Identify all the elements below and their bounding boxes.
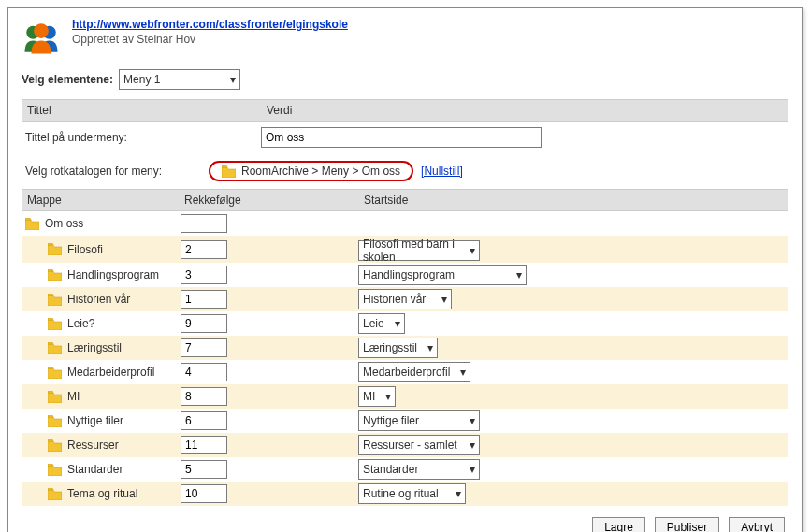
folder-icon — [48, 243, 62, 255]
folder-name: Tema og ritual — [67, 487, 137, 500]
startpage-dropdown[interactable]: Medarbeiderprofil▾ — [358, 362, 470, 382]
startpage-value: MI — [363, 390, 375, 403]
startpage-value: Ressurser - samlet — [363, 439, 457, 452]
order-input[interactable] — [181, 240, 227, 259]
order-input[interactable] — [181, 338, 227, 357]
startpage-value: Medarbeiderprofil — [363, 366, 450, 379]
table-row: StandarderStandarder▾ — [22, 457, 788, 482]
top-folder-name: Om oss — [45, 217, 83, 230]
group-icon — [22, 18, 61, 60]
order-input[interactable] — [181, 460, 227, 479]
chevron-down-icon: ▾ — [470, 463, 475, 476]
startpage-value: Filosofi med barn i skolen — [363, 237, 464, 264]
folder-icon — [48, 318, 62, 330]
startpage-dropdown[interactable]: MI▾ — [358, 386, 396, 407]
table-row: HandlingsprogramHandlingsprogram▾ — [22, 263, 788, 287]
root-path-container[interactable]: RoomArchive > Meny > Om oss — [209, 161, 413, 181]
order-input[interactable] — [181, 363, 227, 381]
publish-button[interactable]: Publiser — [655, 517, 719, 532]
select-elements-dropdown[interactable]: Meny 1 ▾ — [119, 69, 240, 90]
startpage-value: Leie — [363, 317, 384, 330]
col-verdi: Verdi — [261, 100, 788, 121]
chevron-down-icon: ▾ — [441, 293, 447, 306]
startpage-dropdown[interactable]: Ressurser - samlet▾ — [358, 435, 480, 455]
folder-icon — [48, 488, 62, 500]
startpage-dropdown[interactable]: Leie▾ — [358, 313, 405, 334]
startpage-value: Nyttige filer — [363, 414, 419, 427]
select-elements-label: Velg elementene: — [22, 73, 113, 86]
folder-icon — [48, 294, 62, 306]
startpage-dropdown[interactable]: Læringsstil▾ — [358, 338, 438, 358]
col-rekke: Rekkefølge — [181, 190, 358, 210]
root-catalog-label: Velg rotkatalogen for meny: — [22, 165, 209, 178]
startpage-dropdown[interactable]: Filosofi med barn i skolen▾ — [358, 240, 480, 261]
save-button[interactable]: Lagre — [592, 517, 645, 532]
chevron-down-icon: ▾ — [456, 487, 461, 500]
folder-name: Medarbeiderprofil — [67, 366, 154, 379]
chevron-down-icon: ▾ — [385, 390, 391, 403]
folder-name: Standarder — [67, 463, 123, 476]
startpage-value: Historien vår — [363, 293, 426, 306]
header-link[interactable]: http://www.webfronter.com/classfronter/e… — [72, 18, 348, 31]
folder-icon — [48, 367, 62, 379]
submenu-title-input[interactable] — [261, 127, 542, 148]
reset-link[interactable]: [Nullstill] — [421, 165, 463, 178]
table-row: Leie?Leie▾ — [22, 311, 788, 336]
chevron-down-icon: ▾ — [516, 268, 522, 281]
folder-name: Nyttige filer — [67, 414, 123, 427]
chevron-down-icon: ▾ — [470, 414, 475, 427]
startpage-value: Rutine og ritual — [363, 487, 439, 500]
select-elements-value: Meny 1 — [123, 73, 160, 86]
submenu-title-label: Tittel på undermeny: — [22, 131, 261, 144]
folder-name: Historien vår — [67, 293, 130, 306]
table-row: RessurserRessurser - samlet▾ — [22, 433, 788, 457]
startpage-value: Handlingsprogram — [363, 268, 455, 281]
col-mappe: Mappe — [22, 190, 181, 210]
table-row: MIMI▾ — [22, 384, 788, 409]
startpage-dropdown[interactable]: Handlingsprogram▾ — [358, 265, 527, 285]
table-row: Nyttige filerNyttige filer▾ — [22, 409, 788, 433]
order-input[interactable] — [181, 484, 227, 503]
startpage-dropdown[interactable]: Standarder▾ — [358, 459, 480, 480]
order-input[interactable] — [181, 411, 227, 430]
folder-icon — [48, 342, 62, 354]
table-row: Tema og ritualRutine og ritual▾ — [22, 482, 788, 506]
startpage-value: Læringsstil — [363, 341, 417, 354]
folder-name: Handlingsprogram — [67, 268, 159, 281]
table-row: MedarbeiderprofilMedarbeiderprofil▾ — [22, 360, 788, 384]
chevron-down-icon: ▾ — [470, 439, 475, 452]
root-path: RoomArchive > Meny > Om oss — [241, 165, 400, 178]
folder-name: Ressurser — [67, 439, 119, 452]
folder-icon — [48, 415, 62, 427]
top-folder-order-input[interactable] — [181, 214, 227, 233]
chevron-down-icon: ▾ — [395, 317, 400, 330]
order-input[interactable] — [181, 290, 227, 309]
svg-point-2 — [34, 23, 49, 38]
col-start: Startside — [358, 190, 788, 210]
order-input[interactable] — [181, 387, 227, 406]
order-input[interactable] — [181, 436, 227, 454]
folder-icon — [48, 464, 62, 476]
folder-name: MI — [67, 390, 80, 403]
chevron-down-icon: ▾ — [427, 341, 433, 354]
table-row: Historien vårHistorien vår▾ — [22, 287, 788, 311]
chevron-down-icon: ▾ — [230, 73, 236, 86]
order-input[interactable] — [181, 266, 227, 284]
folder-icon — [48, 269, 62, 281]
startpage-dropdown[interactable]: Rutine og ritual▾ — [358, 483, 466, 504]
chevron-down-icon: ▾ — [460, 366, 466, 379]
folder-name: Filosofi — [67, 243, 103, 256]
folder-name: Læringsstil — [67, 341, 122, 354]
folder-icon — [222, 165, 236, 178]
folder-icon — [48, 439, 62, 452]
chevron-down-icon: ▾ — [470, 244, 475, 257]
startpage-dropdown[interactable]: Nyttige filer▾ — [358, 410, 480, 431]
table-row: FilosofiFilosofi med barn i skolen▾ — [22, 236, 788, 263]
folder-icon — [48, 391, 62, 403]
table-row: LæringsstilLæringsstil▾ — [22, 336, 788, 360]
order-input[interactable] — [181, 314, 227, 333]
col-tittel: Tittel — [22, 100, 261, 121]
created-by: Opprettet av Steinar Hov — [72, 33, 348, 46]
startpage-dropdown[interactable]: Historien vår▾ — [358, 289, 452, 309]
cancel-button[interactable]: Avbryt — [729, 517, 785, 532]
